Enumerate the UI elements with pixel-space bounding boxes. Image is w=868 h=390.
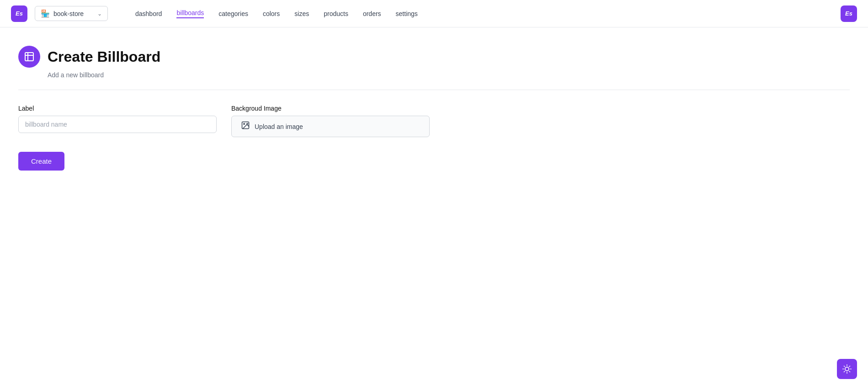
svg-line-15 — [844, 371, 845, 372]
svg-line-12 — [849, 371, 850, 372]
app-logo-right[interactable]: Es — [841, 5, 857, 22]
main-content: Create Billboard Add a new billboard Lab… — [0, 27, 868, 189]
page-subtitle: Add a new billboard — [48, 71, 850, 79]
nav-categories[interactable]: categories — [218, 10, 248, 17]
page-header: Create Billboard — [18, 46, 850, 68]
upload-button-label: Upload an image — [255, 123, 303, 130]
upload-icon — [241, 121, 250, 132]
nav-dashbord[interactable]: dashbord — [135, 10, 162, 17]
nav-colors[interactable]: colors — [263, 10, 280, 17]
svg-line-16 — [849, 366, 850, 367]
label-field: Label — [18, 105, 217, 137]
store-selector[interactable]: 🏪 book-store ⌄ — [35, 6, 108, 21]
store-icon: 🏪 — [41, 9, 50, 18]
background-image-field: Backgroud Image Upload an image — [231, 105, 430, 137]
nav-products[interactable]: products — [324, 10, 348, 17]
nav-orders[interactable]: orders — [363, 10, 381, 17]
store-name: book-store — [53, 10, 84, 17]
chevron-down-icon: ⌄ — [97, 11, 102, 17]
nav-sizes[interactable]: sizes — [294, 10, 309, 17]
navbar: Es 🏪 book-store ⌄ dashbord billboards ca… — [0, 0, 868, 27]
upload-image-button[interactable]: Upload an image — [231, 116, 430, 137]
page-title: Create Billboard — [48, 48, 160, 65]
svg-line-11 — [844, 366, 845, 367]
app-logo-left[interactable]: Es — [11, 5, 27, 22]
svg-point-8 — [845, 367, 849, 371]
nav-settings[interactable]: settings — [396, 10, 418, 17]
nav-links: dashbord billboards categories colors si… — [135, 9, 841, 18]
nav-billboards[interactable]: billboards — [176, 9, 204, 18]
page-icon — [18, 46, 40, 68]
svg-rect-0 — [25, 53, 33, 61]
form-grid: Label Backgroud Image Upload an image — [18, 105, 430, 137]
theme-toggle-button[interactable] — [837, 359, 857, 379]
label-field-label: Label — [18, 105, 217, 112]
background-image-label: Backgroud Image — [231, 105, 430, 112]
create-button[interactable]: Create — [18, 152, 64, 171]
section-divider — [18, 90, 850, 90]
label-input[interactable] — [18, 116, 217, 133]
svg-point-4 — [244, 123, 245, 125]
